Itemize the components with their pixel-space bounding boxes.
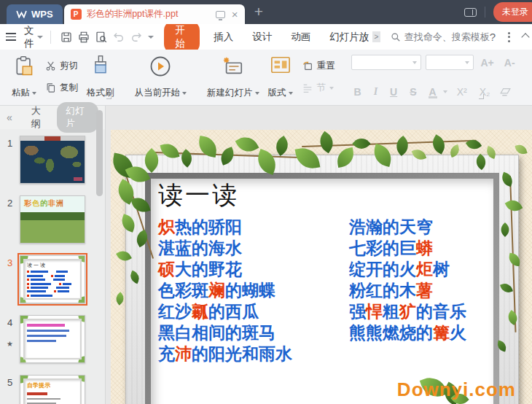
slide-thumbnail-row[interactable]: 4★	[0, 315, 105, 363]
phrase-line[interactable]: 黑白相间的斑马	[158, 322, 349, 343]
bold-button[interactable]: B	[351, 85, 364, 99]
file-menu-button[interactable]: 文件	[6, 24, 43, 50]
more-options-button[interactable]	[508, 32, 510, 42]
new-slide-button[interactable]: 新建幻灯片	[203, 53, 264, 101]
ribbon-tab-slideshow[interactable]: 幻灯片放	[329, 31, 369, 44]
paste-icon	[13, 55, 35, 78]
print-button[interactable]	[77, 28, 90, 46]
increase-font-button[interactable]: A+	[478, 55, 497, 70]
slide-title[interactable]: 读一读	[158, 179, 239, 212]
font-name-select[interactable]	[351, 55, 421, 70]
strikethrough-button[interactable]: S	[407, 85, 419, 99]
ribbon-tab-animation[interactable]: 动画	[291, 31, 310, 44]
phrase-text: 的西瓜	[208, 302, 259, 321]
font-name-value	[352, 56, 359, 69]
slide-thumbnail-row[interactable]: 3读一读	[0, 255, 105, 303]
play-from-current-button[interactable]: 从当前开始	[130, 53, 192, 101]
slide-thumbnail-row[interactable]: 1	[0, 136, 105, 184]
slide-thumbnail-5[interactable]: 自学提示	[20, 375, 85, 404]
help-button[interactable]: ?	[490, 31, 496, 43]
font-size-select[interactable]	[426, 55, 474, 70]
phrase-line[interactable]: 红沙瓤的西瓜	[158, 301, 349, 322]
ribbon-tab-design[interactable]: 设计	[252, 31, 272, 44]
document-tab[interactable]: P 彩色的非洲ppt课件.ppt ×	[64, 4, 245, 24]
print-preview-icon	[95, 31, 108, 44]
slide-thumbnail-3[interactable]: 读一读	[20, 255, 85, 303]
login-button[interactable]: 未登录	[493, 2, 532, 22]
command-search[interactable]: 查找命令、搜索模板	[391, 31, 490, 44]
slide-number: 3	[0, 255, 20, 268]
slide-thumbnail-row[interactable]: 5自学提示	[0, 375, 105, 404]
collapse-sidebar-button[interactable]: «	[7, 112, 12, 123]
font-color-dropdown-icon[interactable]	[443, 90, 447, 93]
reset-button[interactable]: 重置	[299, 58, 338, 74]
decrease-font-button[interactable]: A-	[501, 55, 518, 70]
thumbnail-caption: 彩色的非洲	[24, 198, 64, 209]
clipboard-mini-buttons: 剪切 复制	[41, 53, 82, 101]
format-painter-button[interactable]: 格式刷	[82, 53, 119, 101]
ribbon-tab-home[interactable]: 开始	[164, 20, 200, 54]
slide-thumbnail-row[interactable]: 2彩色的非洲	[0, 195, 105, 244]
save-icon	[60, 31, 73, 44]
phrase-text: 粉红的木	[349, 281, 416, 300]
new-tab-button[interactable]: +	[254, 3, 263, 20]
close-tab-icon[interactable]: ×	[232, 9, 238, 20]
phrase-line[interactable]: 绽开的火炬树	[349, 259, 492, 280]
phrase-text: 红沙	[158, 302, 192, 321]
present-mode-icon[interactable]	[216, 11, 225, 18]
phrase-line[interactable]: 熊熊燃烧的篝火	[349, 322, 492, 343]
history-dropdown-icon[interactable]	[148, 36, 154, 39]
slide-canvas[interactable]: 读一读 炽热的骄阳湛蓝的海水硕大的野花色彩斑斓的蝴蝶红沙瓤的西瓜黑白相间的斑马充…	[111, 130, 532, 404]
ribbon-tab-insert[interactable]: 插入	[214, 31, 233, 44]
paste-button[interactable]: 粘贴	[7, 53, 41, 101]
phrase-text: 浩瀚的天穹	[349, 217, 433, 236]
phrase-line[interactable]: 粉红的木薯	[349, 280, 492, 301]
copy-button[interactable]: 复制	[42, 80, 81, 96]
slide-thumbnail-2[interactable]: 彩色的非洲	[20, 195, 85, 244]
sidebar-scrollbar[interactable]	[96, 110, 103, 196]
section-button[interactable]: 节	[299, 80, 338, 96]
phrase-line[interactable]: 湛蓝的海水	[158, 238, 349, 259]
phrase-line[interactable]: 硕大的野花	[158, 259, 349, 280]
bullet-list-button[interactable]	[530, 57, 532, 71]
undo-button[interactable]	[112, 28, 125, 46]
underline-button[interactable]: U	[387, 85, 400, 99]
paste-dropdown-icon	[32, 92, 36, 95]
phrase-red-char: 瓤	[192, 302, 208, 321]
thumbnail-content: 读一读	[27, 262, 78, 297]
document-title: 彩色的非洲ppt课件.ppt	[87, 8, 211, 20]
phrase-line[interactable]: 强悍粗犷的音乐	[349, 301, 492, 322]
split-window-icon[interactable]	[464, 8, 477, 17]
wps-home-tab[interactable]: WPS	[7, 4, 63, 24]
slide-thumbnail-4[interactable]	[20, 315, 85, 363]
slide-content: 读一读 炽热的骄阳湛蓝的海水硕大的野花色彩斑斓的蝴蝶红沙瓤的西瓜黑白相间的斑马充…	[151, 179, 493, 404]
save-button[interactable]	[60, 28, 73, 46]
align-left-button[interactable]	[530, 85, 532, 99]
clear-format-icon[interactable]	[499, 87, 512, 98]
slide-thumbnail-1[interactable]	[20, 136, 85, 184]
tab-outline[interactable]: 大纲	[31, 104, 48, 131]
collapse-ribbon-icon[interactable]	[521, 33, 529, 41]
clipboard-group-expand-icon[interactable]	[106, 94, 112, 99]
italic-button[interactable]: I	[371, 85, 380, 99]
print-preview-button[interactable]	[95, 28, 108, 46]
print-icon	[77, 31, 90, 44]
phrase-line[interactable]: 七彩的巨蟒	[349, 238, 492, 259]
ribbon-tabs-overflow-button[interactable]: >	[372, 31, 380, 42]
titlebar-right: 未登录	[464, 0, 532, 24]
phrase-red-char: 硕	[158, 260, 175, 279]
cut-button[interactable]: 剪切	[42, 58, 81, 74]
layout-button[interactable]: 版式	[264, 53, 297, 101]
redo-button[interactable]	[130, 28, 143, 46]
phrase-line[interactable]: 炽热的骄阳	[158, 217, 349, 238]
phrase-line[interactable]: 色彩斑斓的蝴蝶	[158, 280, 349, 301]
phrase-line[interactable]: 浩瀚的天穹	[349, 217, 492, 238]
font-group-expand-icon[interactable]	[479, 94, 484, 99]
phrase-line[interactable]: 充沛的阳光和雨水	[158, 343, 349, 365]
search-icon	[391, 32, 401, 42]
tab-slides[interactable]: 幻灯片	[57, 102, 98, 133]
superscript-button[interactable]: X²	[454, 85, 470, 99]
slide-editor-area: 读一读 炽热的骄阳湛蓝的海水硕大的野花色彩斑斓的蝴蝶红沙瓤的西瓜黑白相间的斑马充…	[106, 106, 532, 404]
font-color-button[interactable]: A	[426, 85, 439, 99]
ivy-leaf	[392, 136, 412, 156]
